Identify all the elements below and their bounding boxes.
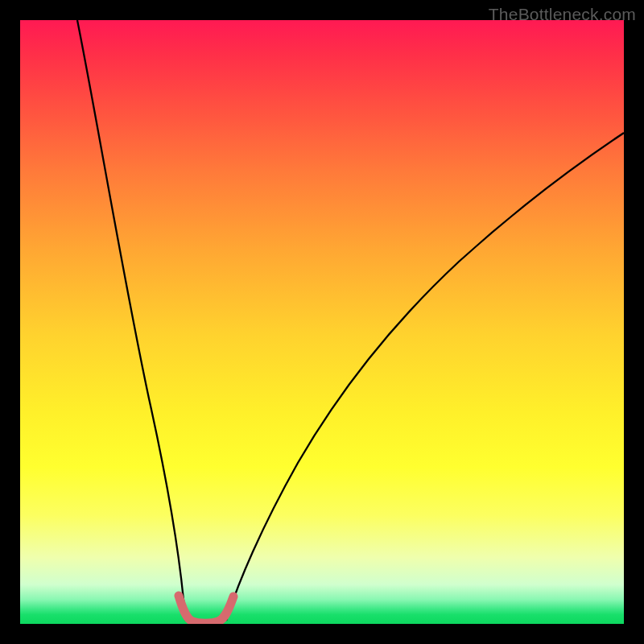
watermark-text: TheBottleneck.com xyxy=(489,5,636,24)
curve-right-branch xyxy=(226,133,624,621)
chart-frame: TheBottleneck.com xyxy=(0,0,644,644)
bottleneck-curve xyxy=(20,20,624,624)
curve-left-branch xyxy=(77,20,186,621)
plot-area xyxy=(20,20,624,624)
curve-valley-highlight xyxy=(179,596,233,623)
